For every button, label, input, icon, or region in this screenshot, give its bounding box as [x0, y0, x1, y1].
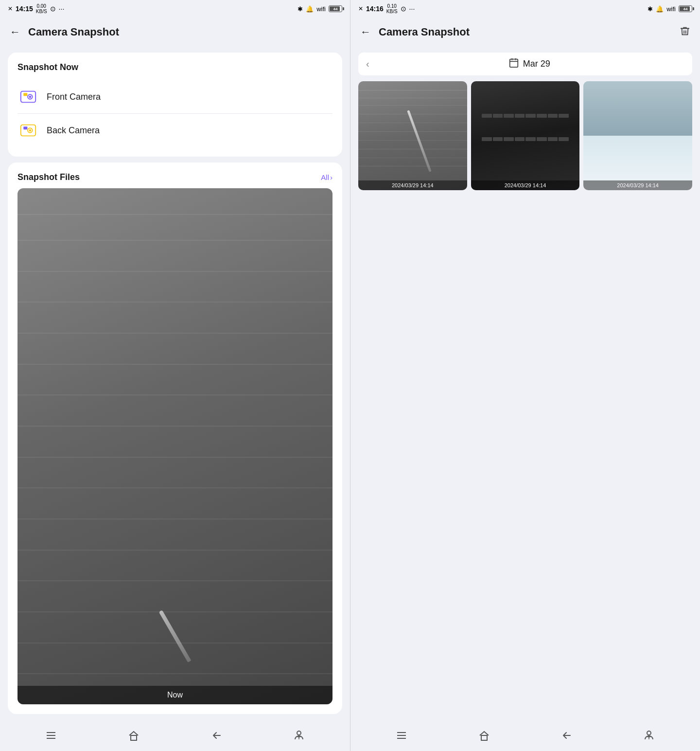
- date-prev-button[interactable]: ‹: [366, 58, 369, 70]
- photo-thumb-1[interactable]: 2024/03/29 14:14: [358, 81, 467, 190]
- left-nav-menu-icon[interactable]: [45, 730, 57, 741]
- back-camera-icon-wrapper: [18, 120, 39, 141]
- front-camera-icon: [19, 88, 37, 106]
- right-kb-indicator: 0.10 KB/S: [386, 3, 398, 14]
- snapshot-now-label: Now: [18, 686, 332, 704]
- right-back-button[interactable]: ←: [360, 26, 371, 38]
- photo-timestamp-1: 2024/03/29 14:14: [358, 180, 467, 190]
- right-nav-person-icon[interactable]: [643, 730, 655, 741]
- sim-icon: ⊙: [50, 5, 56, 13]
- left-back-button[interactable]: ←: [10, 26, 20, 38]
- left-status-left: ✕ 14:15 0.00 KB/S ⊙ ···: [8, 3, 64, 14]
- front-camera-option[interactable]: Front Camera: [18, 80, 332, 113]
- left-page-header: ← Camera Snapshot: [0, 18, 350, 47]
- snapshot-files-title: Snapshot Files: [18, 172, 80, 182]
- right-battery-icon: 44: [679, 5, 692, 12]
- svg-rect-15: [510, 59, 518, 68]
- snapshot-files-header: Snapshot Files All ›: [18, 172, 332, 182]
- wifi-icon: wifi: [316, 5, 326, 13]
- right-status-left: ✕ 14:16 0.10 KB/S ⊙ ···: [358, 3, 415, 14]
- photo-image-2: [471, 81, 580, 190]
- left-nav-home-icon[interactable]: [128, 730, 140, 741]
- svg-point-3: [29, 96, 31, 98]
- all-files-link[interactable]: All ›: [321, 173, 332, 181]
- right-nav-back-icon[interactable]: [560, 730, 572, 741]
- back-camera-icon: [19, 121, 37, 140]
- right-bottom-nav: [350, 720, 700, 751]
- right-alarm-icon: 🔔: [656, 5, 664, 13]
- alarm-icon: 🔔: [306, 5, 314, 13]
- left-phone-panel: ✕ 14:15 0.00 KB/S ⊙ ··· ✱ 🔔 wifi 44: [0, 0, 350, 751]
- wood-texture: [18, 188, 332, 704]
- battery-icon: 44: [329, 5, 342, 12]
- svg-rect-1: [24, 93, 28, 96]
- front-camera-label: Front Camera: [47, 92, 101, 102]
- back-camera-label: Back Camera: [47, 125, 100, 136]
- left-bottom-nav: [0, 720, 350, 751]
- right-page-title: Camera Snapshot: [379, 26, 680, 38]
- date-nav-bar: ‹ Mar 29: [358, 53, 692, 75]
- bluetooth-icon: ✱: [298, 5, 303, 13]
- photo-thumb-3[interactable]: 2024/03/29 14:14: [583, 81, 692, 190]
- right-close-icon: ✕: [358, 5, 363, 12]
- right-wifi-icon: wifi: [666, 5, 676, 13]
- right-status-right: ✱ 🔔 wifi 44: [648, 5, 692, 13]
- left-status-bar: ✕ 14:15 0.00 KB/S ⊙ ··· ✱ 🔔 wifi 44: [0, 0, 350, 18]
- svg-rect-11: [131, 735, 137, 740]
- left-page-title: Camera Snapshot: [28, 26, 340, 38]
- snapshot-files-card: Snapshot Files All ›: [8, 162, 342, 714]
- svg-point-7: [29, 129, 31, 132]
- left-status-time: 14:15: [16, 5, 33, 13]
- date-value: Mar 29: [523, 59, 550, 69]
- front-camera-icon-wrapper: [18, 86, 39, 107]
- right-bluetooth-icon: ✱: [648, 5, 653, 13]
- left-nav-person-icon[interactable]: [293, 730, 305, 741]
- left-status-right: ✱ 🔔 wifi 44: [298, 5, 342, 13]
- right-nav-menu-icon[interactable]: [396, 730, 407, 741]
- right-content-area: ‹ Mar 29: [350, 47, 700, 720]
- svg-rect-22: [481, 735, 487, 740]
- close-icon: ✕: [8, 5, 13, 12]
- right-page-header: ← Camera Snapshot: [350, 18, 700, 47]
- calendar-icon: [508, 57, 519, 71]
- right-phone-panel: ✕ 14:16 0.10 KB/S ⊙ ··· ✱ 🔔 wifi 44: [350, 0, 700, 751]
- photo-image-1: [358, 81, 467, 190]
- right-sim-icon: ⊙: [401, 5, 406, 13]
- date-display: Mar 29: [374, 57, 684, 71]
- left-kb-indicator: 0.00 KB/S: [36, 3, 47, 14]
- left-nav-back-icon[interactable]: [210, 730, 222, 741]
- snapshot-now-title: Snapshot Now: [18, 62, 332, 72]
- right-nav-home-icon[interactable]: [478, 730, 490, 741]
- svg-point-23: [647, 731, 651, 735]
- photo-thumb-2[interactable]: 2024/03/29 14:14: [471, 81, 580, 190]
- photo-image-3: [583, 81, 692, 190]
- right-dots-icon: ···: [409, 5, 415, 13]
- photo-grid: 2024/03/29 14:14 2024/03: [358, 81, 692, 190]
- right-status-bar: ✕ 14:16 0.10 KB/S ⊙ ··· ✱ 🔔 wifi 44: [350, 0, 700, 18]
- dots-icon: ···: [59, 5, 65, 13]
- snapshot-image: [18, 188, 332, 704]
- snapshot-now-card: Snapshot Now Front Camera: [8, 53, 342, 157]
- trash-button[interactable]: [680, 26, 690, 39]
- photo-timestamp-2: 2024/03/29 14:14: [471, 180, 580, 190]
- svg-rect-5: [24, 126, 28, 129]
- photo-timestamp-3: 2024/03/29 14:14: [583, 180, 692, 190]
- right-status-time: 14:16: [366, 5, 384, 13]
- svg-point-12: [297, 731, 301, 735]
- left-content-area: Snapshot Now Front Camera: [0, 47, 350, 720]
- back-camera-option[interactable]: Back Camera: [18, 113, 332, 147]
- keyboard-keys: [482, 114, 569, 157]
- snapshot-preview-container[interactable]: Now: [18, 188, 332, 704]
